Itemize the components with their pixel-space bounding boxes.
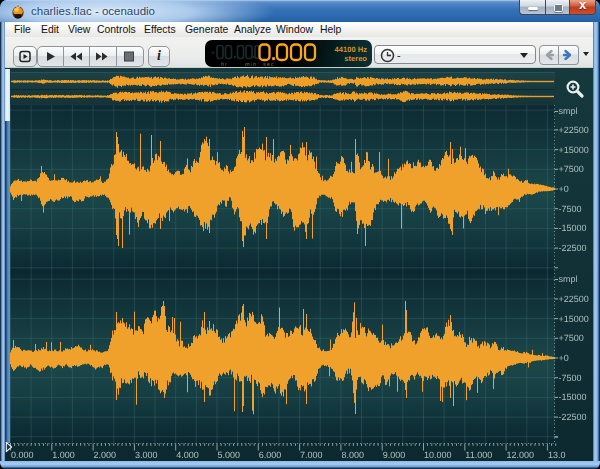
svg-text:6.000: 6.000 xyxy=(259,450,282,460)
svg-text:-15000: -15000 xyxy=(559,392,587,402)
svg-text:10.000: 10.000 xyxy=(424,450,452,460)
svg-text:+22500: +22500 xyxy=(559,125,589,135)
svg-text:+15000: +15000 xyxy=(559,145,589,155)
svg-text:13.0: 13.0 xyxy=(548,450,566,460)
svg-text:1.000: 1.000 xyxy=(52,450,75,460)
svg-text:5.000: 5.000 xyxy=(218,450,241,460)
svg-text:9.000: 9.000 xyxy=(383,450,406,460)
svg-text:smpl: smpl xyxy=(559,274,578,284)
svg-text:+0: +0 xyxy=(559,184,569,194)
svg-text:7.000: 7.000 xyxy=(300,450,323,460)
svg-text:+15000: +15000 xyxy=(559,314,589,324)
svg-text:smpl: smpl xyxy=(559,106,578,116)
svg-text:3.000: 3.000 xyxy=(135,450,158,460)
svg-text:+22500: +22500 xyxy=(559,294,589,304)
svg-text:-7500: -7500 xyxy=(559,373,582,383)
svg-text:8.000: 8.000 xyxy=(341,450,364,460)
svg-text:4.000: 4.000 xyxy=(176,450,199,460)
svg-text:+0: +0 xyxy=(559,353,569,363)
svg-text:0.000: 0.000 xyxy=(11,450,34,460)
svg-text:2.000: 2.000 xyxy=(94,450,117,460)
svg-text:-15000: -15000 xyxy=(559,223,587,233)
svg-text:+7500: +7500 xyxy=(559,164,584,174)
svg-text:11.000: 11.000 xyxy=(465,450,492,460)
svg-text:+7500: +7500 xyxy=(559,333,584,343)
svg-text:-22500: -22500 xyxy=(559,412,587,422)
svg-text:12.000: 12.000 xyxy=(507,450,535,460)
svg-text:-22500: -22500 xyxy=(559,243,587,253)
svg-text:-7500: -7500 xyxy=(559,204,582,214)
